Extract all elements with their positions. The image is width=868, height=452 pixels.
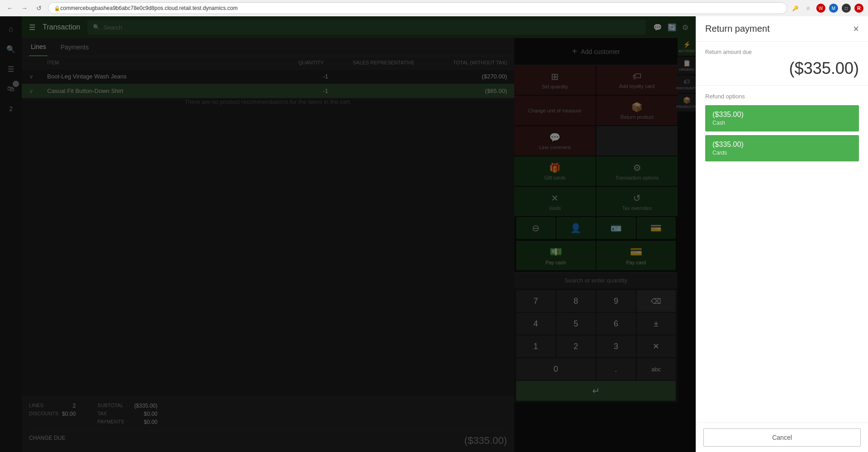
set-qty-label: Set quantity bbox=[541, 84, 568, 89]
bookmark-icon[interactable]: ☆ bbox=[804, 4, 813, 13]
table-header: ITEM QUANTITY SALES REPRESENTATIVE TOTAL… bbox=[22, 56, 514, 69]
ext-icon-2: M bbox=[829, 4, 838, 13]
key-2[interactable]: 2 bbox=[556, 335, 596, 357]
add-customer-label: Add customer bbox=[581, 48, 620, 55]
tax-overrides-btn[interactable]: ↺ Tax overrides bbox=[596, 187, 678, 216]
card-pay-icon: 💳 bbox=[630, 246, 642, 258]
user-icon[interactable]: R bbox=[854, 4, 863, 13]
tabs-bar: Lines Payments bbox=[22, 38, 514, 56]
close-return-panel-btn[interactable]: × bbox=[853, 23, 859, 35]
line-comment-btn[interactable]: 💬 Line comment bbox=[514, 126, 595, 156]
orders-icon: 📋 bbox=[683, 59, 691, 67]
tax-value: $0.00 bbox=[144, 411, 157, 417]
refund-cards-option[interactable]: ($335.00) Cards bbox=[705, 135, 859, 161]
key-0[interactable]: 0 bbox=[516, 358, 595, 380]
add-customer-area[interactable]: + Add customer bbox=[514, 38, 678, 65]
add-loyalty-btn[interactable]: 🏷 Add loyalty card bbox=[596, 65, 678, 95]
key-1[interactable]: 1 bbox=[516, 335, 556, 357]
actions-btn[interactable]: ⚡ ACTIONS bbox=[678, 38, 696, 56]
refund-cash-type: Cash bbox=[712, 120, 852, 126]
refund-cash-option[interactable]: ($335.00) Cash bbox=[705, 105, 859, 131]
key-abc[interactable]: abc bbox=[637, 358, 676, 380]
return-panel-title: Return payment bbox=[705, 24, 770, 34]
sidebar-search[interactable]: 🔍 bbox=[2, 40, 20, 58]
tax-row: TAX $0.00 bbox=[98, 411, 157, 417]
table-body: ∨ Boot-Leg Vintage Wash Jeans -1 ($270.0… bbox=[22, 69, 514, 397]
transaction-options-label: Transaction options bbox=[615, 175, 659, 180]
set-qty-icon: ⊞ bbox=[551, 71, 559, 82]
gift-icon: 🎁 bbox=[549, 162, 561, 173]
discounts-icon: 🏷 bbox=[683, 78, 690, 85]
voids-btn[interactable]: ✕ Voids bbox=[514, 187, 595, 216]
pay-card-btn[interactable]: 💳 Pay card bbox=[596, 241, 676, 270]
key-8[interactable]: 8 bbox=[556, 290, 596, 312]
table-row[interactable]: ∨ Casual Fit Button-Down Shirt -1 ($65.0… bbox=[22, 84, 514, 98]
return-panel: Return payment × Return amount due ($335… bbox=[696, 16, 868, 452]
return-icon: 📦 bbox=[631, 102, 643, 112]
products-btn[interactable]: 📦 PRODUCTS bbox=[678, 94, 696, 112]
loyalty-icon: 🏷 bbox=[633, 71, 642, 82]
key-3[interactable]: 3 bbox=[596, 335, 636, 357]
url-bar[interactable]: 🔒 commercebugbashea9b6abc78e0c9d8pos.clo… bbox=[48, 2, 787, 14]
key-multiply[interactable]: ✕ bbox=[637, 335, 676, 357]
expand-icon-2[interactable]: ∨ bbox=[29, 87, 47, 94]
quantity-search-input[interactable] bbox=[514, 272, 678, 288]
set-quantity-btn[interactable]: ⊞ Set quantity bbox=[514, 65, 595, 95]
cancel-return-btn[interactable]: Cancel bbox=[703, 428, 861, 447]
change-unit-btn[interactable]: Change unit of measure bbox=[514, 96, 595, 125]
search-bar[interactable]: 🔍 Search bbox=[88, 20, 646, 34]
minus-btn[interactable]: ⊖ bbox=[516, 217, 556, 239]
orders-btn[interactable]: 📋 ORDERS bbox=[678, 57, 696, 74]
recommendations: There are no product recommendations for… bbox=[22, 98, 514, 105]
settings-icon[interactable]: ⚙ bbox=[682, 23, 688, 32]
credit-card-btn[interactable]: 💳 bbox=[637, 217, 676, 239]
transaction-options-btn[interactable]: ⚙ Transaction options bbox=[596, 156, 678, 186]
gift-cards-btn[interactable]: 🎁 Gift cards bbox=[514, 156, 595, 186]
discounts-side-label: DISCOUNTS bbox=[676, 86, 696, 90]
reload-button[interactable]: ↺ bbox=[34, 3, 44, 14]
sidebar-bag[interactable]: 🛍 bbox=[2, 80, 20, 98]
expand-icon-1[interactable]: ∨ bbox=[29, 73, 47, 80]
return-product-btn[interactable]: 📦 Return product bbox=[596, 96, 678, 125]
table-row[interactable]: ∨ Boot-Leg Vintage Wash Jeans -1 ($270.0… bbox=[22, 69, 514, 84]
refresh-icon[interactable]: 🔄 bbox=[668, 23, 677, 32]
enter-key[interactable]: ↵ bbox=[516, 381, 676, 401]
nav-icons: 💬 🔄 ⚙ bbox=[653, 23, 688, 32]
main-content: ☰ Transaction 🔍 Search 💬 🔄 ⚙ Lines Payme… bbox=[22, 16, 696, 452]
tab-payments[interactable]: Payments bbox=[59, 38, 90, 56]
change-due-row: CHANGE DUE ($335.00) bbox=[29, 431, 507, 447]
key-6[interactable]: 6 bbox=[596, 313, 636, 335]
side-actions: ⚡ ACTIONS 📋 ORDERS 🏷 DISCOUNTS 📦 PRODUCT… bbox=[678, 38, 696, 452]
sidebar-number[interactable]: 2 bbox=[2, 100, 20, 118]
tab-lines[interactable]: Lines bbox=[29, 38, 48, 56]
key-5[interactable]: 5 bbox=[556, 313, 596, 335]
card-id-btn[interactable]: 🪪 bbox=[596, 217, 636, 239]
key-7[interactable]: 7 bbox=[516, 290, 556, 312]
return-amount-label: Return amount due bbox=[705, 49, 859, 55]
actions-icon: ⚡ bbox=[683, 41, 691, 48]
pay-cash-label: Pay cash bbox=[546, 260, 566, 265]
pay-cash-btn[interactable]: 💵 Pay cash bbox=[516, 241, 595, 270]
numpad-area: 7 8 9 ⌫ 4 5 6 ± 1 2 3 ✕ 0 bbox=[514, 288, 678, 403]
key-4[interactable]: 4 bbox=[516, 313, 556, 335]
key-plusminus[interactable]: ± bbox=[637, 313, 676, 335]
forward-button[interactable]: → bbox=[19, 3, 30, 14]
back-button[interactable]: ← bbox=[5, 3, 15, 14]
key-decimal[interactable]: . bbox=[596, 358, 636, 380]
right-action-area: + Add customer ⊞ Set quantity 🏷 Add loya… bbox=[514, 38, 696, 452]
transaction-panel: Lines Payments ITEM QUANTITY SALES REPRE… bbox=[22, 38, 514, 452]
search-placeholder: Search bbox=[103, 24, 122, 31]
item-total-1: ($270.00) bbox=[434, 73, 507, 80]
refund-cards-amount: ($335.00) bbox=[712, 141, 852, 149]
person-btn[interactable]: 👤 bbox=[556, 217, 596, 239]
key-9[interactable]: 9 bbox=[596, 290, 636, 312]
hamburger-icon[interactable]: ☰ bbox=[29, 23, 35, 32]
discounts-side-btn[interactable]: 🏷 DISCOUNTS bbox=[678, 75, 696, 93]
sidebar-home[interactable]: ⌂ bbox=[2, 20, 20, 38]
backspace-key[interactable]: ⌫ bbox=[637, 290, 676, 312]
sidebar-menu[interactable]: ☰ bbox=[2, 60, 20, 78]
refund-cards-type: Cards bbox=[712, 150, 852, 156]
refund-options-label: Refund options bbox=[705, 93, 859, 100]
change-due-value: ($335.00) bbox=[464, 435, 507, 447]
chat-icon[interactable]: 💬 bbox=[653, 23, 662, 32]
